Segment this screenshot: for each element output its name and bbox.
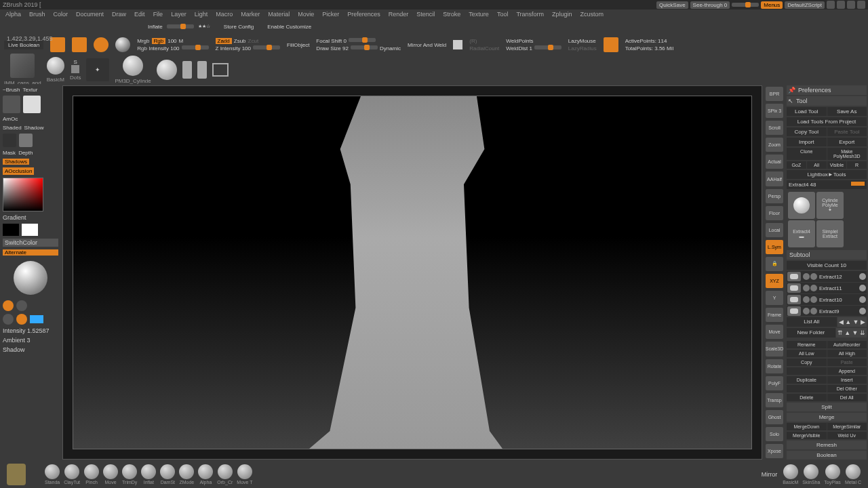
- tool-rect-1[interactable]: [182, 61, 192, 79]
- all-btn[interactable]: All: [807, 161, 827, 169]
- menu-alpha[interactable]: Alpha: [5, 11, 21, 18]
- welddist-slider[interactable]: [534, 45, 561, 49]
- inflate-slider[interactable]: [167, 24, 194, 28]
- actual-btn[interactable]: Actual: [766, 155, 783, 169]
- load-project[interactable]: Load Tools From Project: [787, 117, 867, 126]
- vis-dot[interactable]: [803, 273, 810, 280]
- menu-movie[interactable]: Movie: [298, 11, 314, 18]
- seethrough-slider[interactable]: [732, 3, 759, 7]
- light-1-icon[interactable]: [3, 300, 14, 311]
- material-shortcut[interactable]: ToyPlas: [824, 464, 841, 485]
- insert-btn[interactable]: Insert: [827, 376, 867, 384]
- subtool-header[interactable]: Subtool: [787, 250, 867, 260]
- shadow-thumb[interactable]: [23, 96, 41, 113]
- subtool-item[interactable]: Extract12: [787, 271, 867, 282]
- copy-tool[interactable]: Copy Tool: [787, 127, 827, 136]
- tool-box[interactable]: [212, 63, 229, 77]
- xyz-btn[interactable]: XYZ: [766, 274, 783, 288]
- paste-st-btn[interactable]: Paste: [827, 359, 867, 366]
- rgb-btn[interactable]: Rgb: [152, 38, 166, 44]
- y-btn[interactable]: Y: [766, 291, 783, 305]
- subtool-item[interactable]: Extract9: [787, 306, 867, 316]
- menu-tool[interactable]: Tool: [497, 11, 509, 18]
- brush-shortcut[interactable]: DamSt: [160, 464, 175, 485]
- menu-zplugin[interactable]: Zplugin: [552, 11, 572, 18]
- viewport[interactable]: [62, 85, 762, 460]
- switchcolor-btn[interactable]: SwitchColor: [3, 239, 58, 247]
- allhigh-btn[interactable]: All High: [827, 350, 867, 357]
- depth-thumb[interactable]: [19, 134, 33, 147]
- menu-zcustom[interactable]: Zcustom: [580, 11, 604, 18]
- list-all[interactable]: List All: [787, 317, 837, 327]
- spix-btn[interactable]: SPix 3: [766, 104, 783, 118]
- material-shortcut[interactable]: SkinSha: [802, 464, 820, 485]
- owl-icon[interactable]: [7, 464, 26, 485]
- brush-shortcut[interactable]: Standa: [45, 464, 60, 485]
- dock-icon[interactable]: [827, 1, 835, 9]
- brush-shortcut[interactable]: TrimDy: [122, 464, 137, 485]
- shaded-thumb[interactable]: [3, 96, 20, 113]
- vis-dot[interactable]: [803, 308, 810, 314]
- persp-btn[interactable]: Persp: [766, 189, 783, 203]
- delete-btn[interactable]: Delete: [787, 394, 827, 401]
- brush-shortcut[interactable]: Move T: [237, 464, 252, 485]
- draw-size[interactable]: Draw Size 92: [316, 45, 349, 52]
- mergedown-btn[interactable]: MergeDown: [787, 423, 827, 430]
- copy-st-btn[interactable]: Copy: [787, 359, 827, 366]
- vis-dot[interactable]: [810, 273, 817, 280]
- append-btn[interactable]: Append: [827, 367, 867, 375]
- vis-dot[interactable]: [810, 285, 817, 291]
- menu-render[interactable]: Render: [389, 11, 409, 18]
- extract-slider[interactable]: Extract4 48: [787, 180, 867, 189]
- ghost-btn[interactable]: Ghost: [766, 410, 783, 424]
- eye-icon[interactable]: [859, 308, 866, 314]
- lightbox-tools[interactable]: Lightbox►Tools: [787, 170, 867, 179]
- rgb-intensity-slider[interactable]: [182, 45, 209, 49]
- menu-stroke[interactable]: Stroke: [443, 11, 460, 18]
- tool-header[interactable]: ↖ Tool: [787, 96, 867, 106]
- mirror-label[interactable]: Mirror: [762, 471, 778, 478]
- tool-icon-simple[interactable]: SimplelExtract: [816, 220, 844, 247]
- lazyradius[interactable]: LazyRadius: [568, 45, 597, 52]
- menu-preferences[interactable]: Preferences: [347, 11, 380, 18]
- bpr-btn[interactable]: BPR: [766, 87, 783, 101]
- zadd-btn[interactable]: Zadd: [216, 38, 232, 44]
- menus-btn[interactable]: Menus: [761, 1, 783, 9]
- tool-icon-3d[interactable]: [788, 192, 815, 219]
- prefs-header[interactable]: 📌 Preferences: [787, 85, 867, 95]
- delall-btn[interactable]: Del All: [827, 394, 867, 401]
- brush-shortcut[interactable]: Inflat: [141, 464, 156, 485]
- alpha-thumb[interactable]: ✦: [86, 58, 109, 81]
- scroll-btn[interactable]: Scroll: [766, 121, 783, 135]
- intensity-label[interactable]: Intensity 1.52587: [3, 327, 58, 334]
- menu-file[interactable]: File: [153, 11, 163, 18]
- shadow-label2[interactable]: Shadow: [3, 346, 58, 353]
- floor-btn[interactable]: Floor: [766, 206, 783, 220]
- alllow-btn[interactable]: All Low: [787, 350, 827, 357]
- local-btn[interactable]: Local: [766, 223, 783, 237]
- aocclusion-btn[interactable]: AOcclusion: [3, 167, 34, 175]
- goz-btn[interactable]: GoZ: [787, 161, 806, 169]
- mergevisible-btn[interactable]: MergeVisible: [787, 432, 827, 439]
- xpose-btn[interactable]: Xpose: [766, 444, 783, 458]
- amoc-label[interactable]: AmOc: [3, 116, 18, 122]
- tool-icon-cylinder[interactable]: CylindePolyMe✦: [816, 192, 844, 219]
- load-tool[interactable]: Load Tool: [787, 107, 827, 116]
- duplicate-btn[interactable]: Duplicate: [787, 376, 827, 384]
- mirror-weld[interactable]: Mirror And Weld: [408, 42, 446, 48]
- visible-count[interactable]: Visible Count 10: [787, 261, 867, 270]
- visible-btn[interactable]: Visible: [827, 161, 847, 169]
- menu-light[interactable]: Light: [195, 11, 208, 18]
- move-btn[interactable]: Move: [766, 325, 783, 339]
- menu-transform[interactable]: Transform: [516, 11, 544, 18]
- brush-shortcut[interactable]: Alpha: [198, 464, 213, 485]
- subtool-item[interactable]: Extract11: [787, 283, 867, 293]
- z-intensity-slider[interactable]: [253, 45, 280, 49]
- light-2-icon[interactable]: [16, 300, 27, 311]
- fillobject-btn[interactable]: FillObject: [287, 42, 309, 48]
- frame-btn[interactable]: Frame: [766, 308, 783, 322]
- polyf-btn[interactable]: PolyF: [766, 376, 783, 390]
- lock-icon[interactable]: 🔒: [766, 257, 783, 271]
- light-color[interactable]: [30, 315, 43, 323]
- autoreorder-btn[interactable]: AutoReorder: [827, 341, 867, 348]
